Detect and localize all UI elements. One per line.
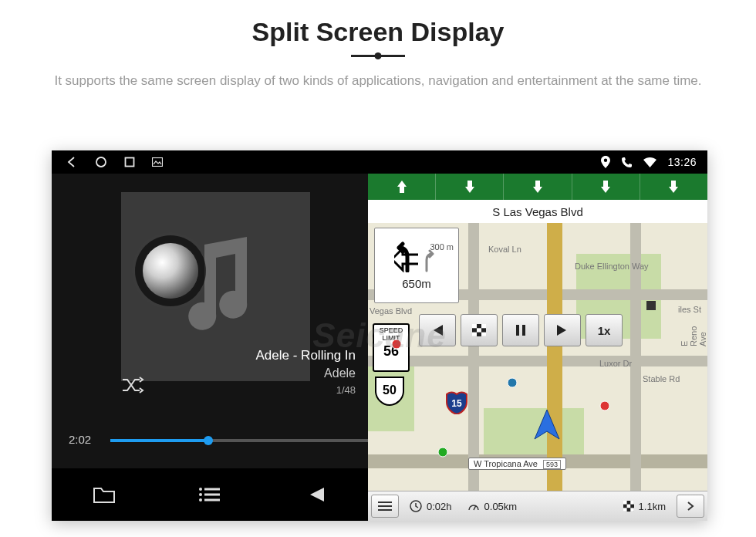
elapsed-time: 2:02 xyxy=(69,433,91,446)
progress-bar[interactable] xyxy=(110,439,368,442)
road-name: Luxor Dr xyxy=(599,359,632,368)
flag-icon xyxy=(472,324,486,336)
svg-rect-23 xyxy=(646,301,656,310)
playlist-button[interactable] xyxy=(157,468,263,521)
folder-button[interactable] xyxy=(52,468,157,521)
svg-rect-1 xyxy=(126,158,134,167)
road-name: Duke Ellington Way xyxy=(575,262,649,271)
svg-point-0 xyxy=(96,157,106,167)
player-bottom-bar xyxy=(52,468,368,521)
turn-instruction: 300 m 650m xyxy=(374,228,459,303)
map-road xyxy=(368,356,707,366)
svg-point-3 xyxy=(199,488,202,491)
track-artist: Adele xyxy=(324,366,356,380)
pause-icon xyxy=(515,324,526,336)
road-name: iles St xyxy=(678,305,701,314)
svg-point-19 xyxy=(392,339,401,349)
poi-marker[interactable] xyxy=(507,377,518,388)
map-canvas[interactable]: Koval Ln Duke Ellington Way Vegas Blvd i… xyxy=(368,223,707,491)
previous-button[interactable] xyxy=(262,468,368,521)
svg-rect-11 xyxy=(481,324,486,328)
road-label-text: W Tropicana Ave xyxy=(474,459,538,468)
remaining-distance: 1.1km xyxy=(616,501,673,512)
current-street: S Las Vegas Blvd xyxy=(368,200,707,224)
vehicle-cursor xyxy=(530,408,564,442)
speed-icon xyxy=(467,502,480,511)
route-shield: 50 xyxy=(374,376,405,407)
title-underline xyxy=(351,55,405,57)
svg-point-7 xyxy=(199,498,202,502)
lane-arrow xyxy=(640,174,707,200)
prev-track-button[interactable] xyxy=(419,314,456,346)
svg-rect-25 xyxy=(378,505,392,507)
clock-icon xyxy=(410,500,422,512)
navigation-pane: S Las Vegas Blvd Koval Ln Duke Elling xyxy=(368,174,707,521)
recent-apps-icon[interactable] xyxy=(124,157,135,167)
lane-guidance-bar xyxy=(368,174,707,200)
skip-previous-icon xyxy=(430,324,444,336)
poi-marker[interactable] xyxy=(599,400,610,411)
visualizer-orb xyxy=(143,243,198,299)
picture-icon[interactable] xyxy=(152,157,163,167)
music-pane: Adele - Rolling In Adele 1/48 2:02 xyxy=(52,174,368,521)
track-index: 1/48 xyxy=(336,384,356,396)
nav-expand-button[interactable] xyxy=(677,495,704,518)
interstate-shield: 15 xyxy=(445,391,468,414)
road-name: Vegas Blvd xyxy=(370,306,412,316)
lane-arrow xyxy=(572,174,640,200)
device-frame: 13:26 Adele - Rolling In Adele xyxy=(52,150,707,521)
map-media-controls: 1x xyxy=(419,314,623,346)
next-turn-distance: 300 m xyxy=(430,242,454,252)
page-title: Split Screen Display xyxy=(0,0,756,47)
svg-rect-15 xyxy=(516,325,519,336)
progress-thumb[interactable] xyxy=(204,436,213,445)
svg-point-21 xyxy=(600,401,609,410)
eta-time: 0:02h xyxy=(402,500,460,512)
chevron-right-icon xyxy=(685,501,696,512)
phone-icon xyxy=(621,157,633,168)
menu-icon xyxy=(378,501,392,512)
pause-button[interactable] xyxy=(502,314,539,346)
home-icon[interactable] xyxy=(95,156,107,168)
back-icon[interactable] xyxy=(66,156,78,168)
svg-rect-32 xyxy=(623,508,627,512)
svg-point-20 xyxy=(508,378,517,387)
folder-icon xyxy=(93,485,116,504)
svg-rect-31 xyxy=(626,505,630,508)
svg-rect-12 xyxy=(477,328,481,332)
skip-previous-icon xyxy=(305,486,326,503)
map-highlight-route xyxy=(547,223,562,491)
svg-rect-2 xyxy=(153,158,163,167)
svg-text:15: 15 xyxy=(451,398,462,409)
location-icon xyxy=(601,156,610,168)
map-road xyxy=(468,223,479,491)
lane-arrow xyxy=(368,174,436,200)
track-title: Adele - Rolling In xyxy=(256,348,356,363)
playback-speed-button[interactable]: 1x xyxy=(586,314,623,346)
nav-bottom-bar: 0:02h 0.05km 1.1km xyxy=(368,491,707,521)
status-bar: 13:26 xyxy=(52,150,707,174)
svg-rect-6 xyxy=(204,494,220,496)
turn-distance: 650m xyxy=(402,277,431,290)
next-track-button[interactable] xyxy=(544,314,581,346)
list-icon xyxy=(198,486,221,503)
shuffle-icon xyxy=(121,376,144,394)
svg-rect-29 xyxy=(623,501,627,505)
poi-marker[interactable] xyxy=(391,339,402,350)
shuffle-button[interactable] xyxy=(121,376,144,394)
current-speed: 0.05km xyxy=(460,501,525,512)
road-name: Koval Ln xyxy=(488,245,521,254)
svg-rect-26 xyxy=(378,509,392,511)
poi-marker[interactable] xyxy=(437,447,448,458)
road-label-number: 593 xyxy=(543,460,561,469)
waypoint-button[interactable] xyxy=(461,314,498,346)
flag-icon xyxy=(623,501,634,512)
nav-menu-button[interactable] xyxy=(371,495,399,518)
svg-rect-13 xyxy=(472,333,477,336)
road-name: Stable Rd xyxy=(643,374,680,383)
svg-rect-30 xyxy=(630,501,634,505)
svg-rect-33 xyxy=(630,508,634,512)
svg-rect-10 xyxy=(472,324,477,328)
poi-marker[interactable] xyxy=(646,300,656,311)
svg-text:50: 50 xyxy=(383,383,397,397)
